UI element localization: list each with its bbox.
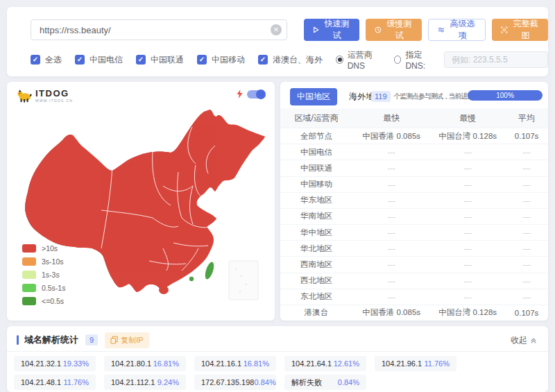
checkbox-label: 中国联通 — [151, 54, 184, 66]
ip-item[interactable]: 104.21.16.116.81% — [194, 356, 276, 371]
cell-average: --- — [505, 260, 548, 269]
cell-average: --- — [505, 212, 548, 221]
legend-label: >10s — [42, 244, 58, 253]
checkbox-china-mobile[interactable]: ✓中国移动 — [197, 54, 245, 66]
cell-fastest: --- — [352, 277, 430, 285]
hongkong-region[interactable] — [189, 277, 194, 281]
cell-average: --- — [505, 148, 548, 156]
table-row[interactable]: 全部节点中国香港 0.085s中国台湾 0.128s0.107s — [280, 128, 548, 144]
table-row[interactable]: 港澳台中国香港 0.085s中国台湾 0.128s0.107s — [280, 305, 548, 321]
map-toggle[interactable] — [247, 90, 265, 99]
custom-dns-input[interactable] — [444, 51, 548, 68]
table-row[interactable]: 华北地区--------- — [280, 240, 548, 256]
table-row[interactable]: 华东地区--------- — [280, 192, 548, 208]
checkbox-checked-icon: ✓ — [75, 55, 85, 65]
checkbox-select-all[interactable]: ✓全选 — [31, 54, 62, 66]
table-row[interactable]: 西南地区--------- — [280, 256, 548, 272]
sliders-icon — [438, 26, 445, 34]
header-average: 平均 — [505, 112, 548, 124]
url-input[interactable] — [31, 19, 287, 40]
cell-region: 中国移动 — [280, 179, 352, 189]
ip-address: 104.21.80.1 — [111, 359, 151, 368]
checkbox-checked-icon: ✓ — [31, 55, 40, 65]
ip-item[interactable]: 104.21.64.112.61% — [284, 356, 366, 371]
checkbox-checked-icon: ✓ — [258, 55, 268, 65]
tab-china-region[interactable]: 中国地区 — [290, 88, 337, 105]
full-screenshot-button[interactable]: 完整截图 — [492, 19, 548, 41]
legend-item: 0.5s-1s — [22, 284, 65, 292]
title-accent-bar — [17, 335, 19, 345]
ip-address: 解析失败 — [291, 377, 322, 388]
table-row[interactable]: 华南地区--------- — [280, 208, 548, 224]
dog-icon — [17, 89, 32, 103]
progress-label: 个监测点参与测试，当前进度： — [394, 92, 479, 101]
quick-test-button[interactable]: 快速测试 — [304, 19, 359, 41]
play-icon — [313, 26, 319, 34]
cell-region: 华北地区 — [280, 244, 352, 254]
checkbox-hk-mo-tw-overseas[interactable]: ✓港澳台、海外 — [258, 54, 323, 66]
cell-slowest: --- — [430, 244, 505, 253]
cell-fastest: --- — [352, 196, 430, 205]
slow-test-button[interactable]: 缓慢测试 — [366, 19, 422, 41]
ip-item[interactable]: 104.21.48.111.76% — [14, 375, 96, 390]
legend-swatch — [22, 284, 36, 292]
table-row[interactable]: 东北地区--------- — [280, 289, 548, 305]
legend-label: 0.5s-1s — [42, 284, 65, 292]
checkbox-label: 港澳台、海外 — [273, 54, 323, 66]
ip-percent: 11.76% — [425, 359, 450, 368]
url-input-wrap: ✕ — [31, 19, 287, 40]
legend-swatch — [22, 271, 36, 279]
table-row[interactable]: 中国电信--------- — [280, 144, 548, 160]
isp-dns-radio[interactable] — [336, 56, 343, 64]
ip-item[interactable]: 104.21.32.119.33% — [14, 356, 96, 371]
dns-stats-header: 域名解析统计 9 复制IP — [17, 332, 149, 348]
copy-ip-button[interactable]: 复制IP — [105, 332, 148, 348]
result-panel: 中国地区 海外地区 119 个监测点参与测试，当前进度： 100% 区域/运营商… — [280, 82, 548, 321]
cell-slowest: --- — [430, 148, 505, 156]
ip-percent: 11.76% — [64, 378, 89, 386]
cell-slowest: --- — [430, 277, 505, 285]
clear-input-icon[interactable]: ✕ — [271, 24, 282, 35]
custom-dns-radio[interactable] — [394, 56, 402, 64]
table-row[interactable]: 中国联通--------- — [280, 160, 548, 176]
table-row[interactable]: 西北地区--------- — [280, 273, 548, 289]
checkbox-checked-icon: ✓ — [197, 55, 207, 65]
region-tabs: 中国地区 海外地区 — [290, 88, 382, 105]
map-legend: >10s3s-10s1s-3s0.5s-1s<=0.5s — [22, 244, 65, 305]
dns-stats-title: 域名解析统计 — [24, 334, 78, 346]
checkbox-label: 中国电信 — [89, 54, 123, 66]
ip-percent: 0.84% — [338, 378, 359, 386]
isp-checkbox-row: ✓全选✓中国电信✓中国联通✓中国移动✓港澳台、海外 — [31, 50, 323, 69]
cell-slowest: 中国台湾 0.128s — [430, 131, 505, 142]
ip-item[interactable]: 104.21.80.116.81% — [104, 356, 186, 371]
advanced-options-button[interactable]: 高级选项 — [428, 19, 486, 41]
cell-average: --- — [505, 277, 548, 285]
cell-average: 0.107s — [505, 309, 548, 317]
ip-item[interactable]: 172.67.135.1980.84% — [194, 375, 276, 390]
checkbox-china-unicom[interactable]: ✓中国联通 — [136, 54, 184, 66]
cell-fastest: --- — [352, 180, 430, 189]
collapse-button[interactable]: 收起 — [511, 334, 537, 346]
map-panel: ITDOG WWW.ITDOG.CN >10s3s-10s1s-3s0.5s-1… — [7, 82, 275, 321]
table-row[interactable]: 中国移动--------- — [280, 176, 548, 192]
ip-item[interactable]: 104.21.112.19.24% — [104, 375, 186, 390]
cell-fastest: --- — [352, 228, 430, 237]
table-row[interactable]: 华中地区--------- — [280, 224, 548, 240]
cell-average: --- — [505, 293, 548, 301]
checkbox-china-telecom[interactable]: ✓中国电信 — [75, 54, 123, 66]
ip-percent: 12.61% — [334, 359, 359, 368]
taiwan-region[interactable] — [203, 261, 216, 280]
cell-region: 华东地区 — [280, 195, 352, 205]
cell-slowest: --- — [430, 212, 505, 221]
hainan-region[interactable] — [159, 286, 169, 294]
ip-item[interactable]: 104.21.96.111.76% — [375, 356, 456, 371]
header-fastest: 最快 — [352, 112, 430, 124]
progress-value: 100% — [496, 92, 514, 99]
legend-label: 3s-10s — [42, 257, 64, 266]
divider — [7, 351, 548, 352]
dns-options-row: 运营商DNS 指定DNS: — [336, 50, 548, 69]
cell-region: 西北地区 — [280, 275, 352, 286]
copy-icon — [110, 336, 118, 344]
ip-item[interactable]: 解析失败0.84% — [284, 375, 366, 390]
ip-percent: 16.81% — [244, 359, 269, 368]
